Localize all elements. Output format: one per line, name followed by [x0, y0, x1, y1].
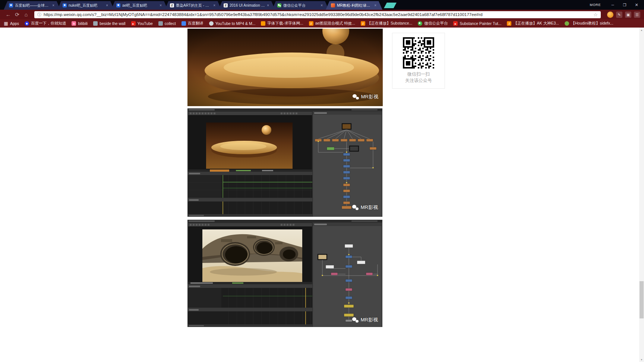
image-watermark: MR影视 — [352, 317, 378, 323]
browser-tab[interactable]: 微信公众平台 × — [272, 1, 329, 10]
browser-tab[interactable]: 百度贴吧——全球最大的... × — [4, 1, 60, 10]
watermark-text: MR影视 — [361, 93, 378, 100]
tab-label: 百度贴吧——全球最大的... — [15, 3, 51, 8]
tab-label: nuke吧_百度贴吧 — [69, 3, 105, 8]
bookmark-item[interactable]: 【正在播放】Substance... — [361, 21, 412, 26]
extension-icon-orange[interactable] — [607, 12, 613, 18]
tab-close-icon[interactable]: × — [160, 4, 162, 7]
bookmark-label: YouTube to MP4 & M... — [215, 21, 256, 26]
address-bar[interactable]: ⓘ https://mp.weixin.qq.com/s?__biz=MzI1N… — [34, 11, 601, 18]
tab-favicon-icon — [63, 3, 67, 7]
page-content: MR影视 — [0, 28, 644, 362]
article-image-nuke-podium[interactable]: MR影视 — [187, 108, 382, 217]
scroll-up-arrow[interactable]: ▲ — [639, 28, 644, 32]
bookmark-item[interactable]: bilibili — [72, 21, 88, 26]
tab-strip: 百度贴吧——全球最大的... × nuke吧_百度贴吧 × ae吧_百度贴吧 ×… — [4, 0, 379, 10]
article-image-nuke-spaceship[interactable]: MR影视 — [187, 220, 382, 327]
minimize-button[interactable]: ─ — [607, 0, 619, 10]
bookmark-favicon-icon — [309, 21, 313, 26]
home-button[interactable]: ⌂ — [22, 10, 31, 19]
tab-favicon-icon — [9, 3, 13, 7]
browser-tab[interactable]: 2016 UI Animation Desi... × — [218, 1, 275, 10]
tab-label: ae吧_百度贴吧 — [122, 3, 158, 8]
watermark-text: MR影视 — [361, 204, 378, 211]
wechat-logo-icon — [352, 205, 359, 210]
url-text: https://mp.weixin.qq.com/s?__biz=MzI1NjM… — [44, 12, 590, 17]
window-controls: MORE ─ ❐ ✕ — [590, 0, 644, 10]
browser-menu-icon[interactable]: ☰ — [634, 12, 640, 18]
bookmark-item[interactable]: Apps — [4, 21, 19, 26]
bookmark-item[interactable]: 百度一下，你就知道 — [25, 21, 66, 26]
bookmark-label: collect — [165, 21, 176, 26]
page-info-icon[interactable]: ⓘ — [37, 12, 41, 18]
tab-label: 微信公众平台 — [283, 3, 319, 8]
bookmark-favicon-icon — [418, 21, 422, 26]
refresh-button[interactable]: ⟳ — [13, 10, 22, 19]
tab-close-icon[interactable]: × — [52, 4, 54, 7]
browser-tab[interactable]: 墨染ART的主页 - 站酷 (Z... × — [165, 1, 221, 10]
bookmarks-bar: Apps 百度一下，你就知道 bilibili beside the wall … — [0, 19, 644, 28]
bookmark-favicon-icon — [565, 21, 569, 26]
back-button[interactable]: ← — [4, 10, 13, 19]
bookmark-item[interactable]: 【Houdini教程】sidefx... — [565, 21, 613, 26]
browser-tab[interactable]: MR教程-利用红绿蓝MAS... × — [326, 1, 382, 10]
scrollbar[interactable]: ▲ ▼ — [639, 28, 644, 362]
watermark-text: MR影视 — [361, 317, 378, 323]
tab-close-icon[interactable]: × — [213, 4, 215, 7]
bookmark-item[interactable]: collect — [158, 21, 176, 26]
scrollbar-thumb[interactable] — [640, 281, 644, 318]
tab-close-icon[interactable]: × — [106, 4, 108, 7]
bookmark-label: 【正在播放】Substance... — [367, 21, 412, 26]
tab-favicon-icon — [170, 3, 174, 7]
tab-close-icon[interactable]: × — [321, 4, 323, 7]
bookmark-item[interactable]: beside the wall — [93, 21, 125, 26]
bookmark-item[interactable]: 微信公众平台 — [418, 21, 448, 26]
bookmark-favicon-icon — [261, 21, 265, 26]
more-label: MORE — [590, 3, 601, 7]
bookmark-item[interactable]: Substance Painter Tut... — [453, 21, 501, 26]
qr-panel: 微信扫一扫 关注该公众号 — [392, 33, 445, 89]
bookmark-favicon-icon — [181, 21, 186, 26]
close-button[interactable]: ✕ — [631, 0, 643, 10]
browser-window: 百度贴吧——全球最大的... × nuke吧_百度贴吧 × ae吧_百度贴吧 ×… — [0, 0, 644, 362]
restore-button[interactable]: ❐ — [619, 0, 631, 10]
bookmark-label: 字体下载-求字体网... — [267, 21, 303, 26]
image-watermark: MR影视 — [352, 204, 378, 211]
article-image-podium-render[interactable]: MR影视 — [187, 29, 383, 106]
bookmark-star-icon[interactable]: ☆ — [593, 12, 598, 18]
bookmark-item[interactable]: 百度翻译 — [181, 21, 203, 26]
bookmark-label: 微信公众平台 — [424, 21, 448, 26]
qr-caption-line2: 关注该公众号 — [392, 77, 445, 84]
tab-favicon-icon — [331, 3, 335, 7]
scroll-down-arrow[interactable]: ▼ — [639, 357, 644, 362]
bookmark-label: Apps — [10, 21, 19, 26]
nuke-screenshot-graphic — [187, 108, 382, 217]
bookmark-label: 【Houdini教程】sidefx... — [571, 21, 613, 26]
bookmark-item[interactable]: YouTube — [131, 21, 153, 26]
bookmark-favicon-icon — [72, 21, 76, 26]
bookmark-item[interactable]: ae图层混合模式 特效... — [309, 21, 355, 26]
nuke-screenshot-graphic — [187, 220, 382, 327]
extension-icon-pen[interactable]: ✎ — [616, 12, 622, 18]
tab-close-icon[interactable]: × — [374, 4, 376, 7]
qr-caption-line1: 微信扫一扫 — [392, 71, 445, 77]
image-watermark: MR影视 — [353, 93, 378, 100]
browser-tab[interactable]: ae吧_百度贴吧 × — [111, 1, 168, 10]
bookmark-item[interactable]: 字体下载-求字体网... — [261, 21, 303, 26]
bookmark-favicon-icon — [507, 21, 511, 26]
new-tab-button[interactable] — [384, 3, 397, 8]
bookmark-favicon-icon — [453, 21, 458, 26]
tab-close-icon[interactable]: × — [267, 4, 269, 7]
bookmark-favicon-icon — [93, 21, 98, 26]
bookmark-item[interactable]: 【正在播放】AK 大神E3... — [507, 21, 559, 26]
bookmark-label: YouTube — [138, 21, 153, 26]
tab-label: 2016 UI Animation Desi... — [230, 3, 266, 7]
tab-bar: 百度贴吧——全球最大的... × nuke吧_百度贴吧 × ae吧_百度贴吧 ×… — [0, 0, 644, 10]
browser-tab[interactable]: nuke吧_百度贴吧 × — [57, 1, 114, 10]
bookmark-label: bilibili — [78, 21, 88, 26]
tab-label: 墨染ART的主页 - 站酷 (Z... — [176, 3, 212, 8]
extension-icon-capture[interactable]: ▣ — [625, 12, 631, 18]
bookmark-favicon-icon — [131, 21, 136, 26]
tab-favicon-icon — [277, 3, 281, 7]
bookmark-item[interactable]: YouTube to MP4 & M... — [209, 21, 256, 26]
